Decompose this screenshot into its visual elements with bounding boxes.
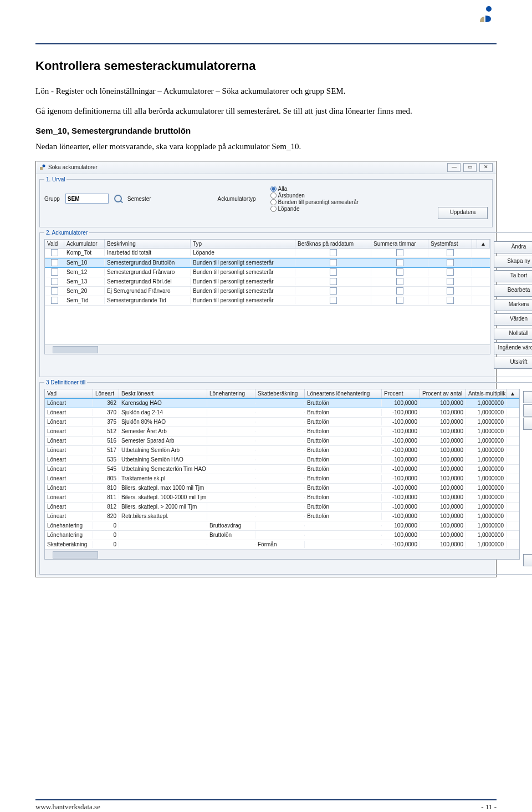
intro-paragraph-3: Nedan lönearter, eller motsvarande, ska … — [35, 141, 497, 152]
def-row[interactable]: Löneart362Karensdag HAOBruttolön100,0000… — [45, 398, 519, 408]
bearbeta-button[interactable]: Bearbeta — [494, 285, 532, 297]
def-row[interactable]: Löneart370Sjuklön dag 2-14Bruttolön-100,… — [45, 408, 519, 418]
ack-row[interactable]: Sem_12Semestergrundad FrånvaroBunden til… — [45, 268, 490, 277]
close-button[interactable]: ✕ — [479, 163, 493, 172]
ack-row[interactable]: Komp_TotInarbetad tid totaltLöpande — [45, 248, 490, 258]
urval-legend: 1. Urval — [44, 176, 66, 182]
ingående-värden-button[interactable]: Ingående värden — [494, 342, 532, 354]
nollställ-button[interactable]: Nollställ — [494, 328, 532, 340]
ack-col-header[interactable]: Ackumulator — [64, 240, 105, 248]
acktyp-radio-group: Alla Årsbunden Bunden till personligt se… — [270, 186, 359, 212]
def-col-header[interactable]: Antals-multiplik — [466, 389, 507, 398]
ändra-button-2[interactable]: Ändra — [523, 391, 532, 403]
footer-url: www.hantverksdata.se — [35, 803, 100, 811]
def-row[interactable]: Löneart545Utbetalning Semesterlön Tim HA… — [45, 465, 519, 474]
page-title: Kontrollera semesterackumulatorerna — [35, 59, 497, 73]
definitioner-fieldset: 3 Definitioner till VadLöneartBeskr.löne… — [39, 379, 532, 575]
ack-scrollbar-h[interactable] — [45, 344, 490, 354]
def-row[interactable]: Löneart517Utbetalning Semlön ArbBruttolö… — [45, 446, 519, 455]
intro-paragraph-2: Gå igenom definitionerna till alla berör… — [35, 105, 497, 116]
ny-button-2[interactable]: Ny — [523, 404, 532, 417]
app-icon — [39, 164, 46, 171]
värden-button[interactable]: Värden — [494, 313, 532, 326]
def-grid[interactable]: VadLöneartBeskr.löneartLönehanteringSkat… — [44, 389, 520, 560]
ackumulatorer-fieldset: 2. Ackumulatorer ValdAckumulatorBeskrivn… — [39, 230, 532, 377]
app-window: Söka ackumulatorer — ▭ ✕ 1. Urval Grupp … — [35, 161, 497, 577]
radio-alla[interactable]: Alla — [270, 186, 359, 192]
ack-row[interactable]: Sem_20Ej Sem.grundad FrånvaroBunden till… — [45, 287, 490, 296]
radio-bunden-personligt[interactable]: Bunden till personligt semesterår — [270, 199, 359, 205]
def-col-header[interactable]: Beskr.löneart — [119, 389, 207, 398]
markera-button[interactable]: Markera — [494, 299, 532, 311]
radio-arsbunden[interactable]: Årsbunden — [270, 192, 359, 199]
ack-col-header[interactable]: Beskrivning — [105, 240, 191, 248]
def-row[interactable]: Löneart811Bilers. skattepl. 1000-2000 mi… — [45, 493, 519, 503]
ack-row[interactable]: Sem_13Semestergrundad Rörl.delBunden til… — [45, 277, 490, 287]
uppdatera-button[interactable]: Uppdatera — [438, 207, 488, 219]
avbryt-button[interactable]: Avbryt — [523, 554, 532, 566]
ack-col-header[interactable]: Summera timmar — [371, 240, 428, 248]
window-controls: — ▭ ✕ — [446, 163, 493, 172]
grupp-label: Grupp — [44, 196, 60, 202]
window-title: Söka ackumulatorer — [48, 164, 98, 170]
window-titlebar: Söka ackumulatorer — ▭ ✕ — [36, 161, 496, 174]
header-rule — [35, 43, 497, 44]
ack-col-header[interactable]: Vald — [45, 240, 64, 248]
def-row[interactable]: Löneart812Bilers. skattepl. > 2000 mil T… — [45, 503, 519, 512]
def-col-header[interactable]: Lönehantering — [207, 389, 255, 398]
ta-bort-button-2[interactable]: Ta bort — [523, 418, 532, 430]
minimize-button[interactable]: — — [447, 163, 461, 172]
def-row[interactable]: Löneart512Semester Året ArbBruttolön-100… — [45, 427, 519, 437]
grupp-input[interactable] — [65, 194, 109, 204]
ack-row[interactable]: Sem_TidSemestergrundande TidBunden till … — [45, 296, 490, 306]
ack-col-header[interactable]: Beräknas på raddatum — [295, 240, 371, 248]
skapa-ny-button[interactable]: Skapa ny — [494, 256, 532, 268]
utskrift-button[interactable]: Utskrift — [494, 357, 532, 369]
grupp-desc: Semester — [127, 196, 151, 202]
page-footer: www.hantverksdata.se - 11 - — [35, 799, 497, 811]
def-col-header[interactable]: Löneart — [93, 389, 119, 398]
brand-logo-icon — [478, 6, 493, 27]
svg-point-0 — [486, 6, 492, 12]
def-col-header[interactable]: Löneartens lönehantering — [305, 389, 382, 398]
acktyp-label: Ackumulatortyp — [218, 196, 256, 202]
urval-fieldset: 1. Urval Grupp Semester Ackumulatortyp A… — [39, 176, 493, 227]
def-row[interactable]: Skatteberäkning0Förmån-100,0000100,00001… — [45, 540, 519, 550]
def-row[interactable]: Löneart805Traktamente sk.plBruttolön-100… — [45, 474, 519, 484]
ändra-button[interactable]: Ändra — [494, 241, 532, 253]
def-row[interactable]: Löneart516Semester Sparad ArbBruttolön-1… — [45, 437, 519, 446]
def-col-header[interactable]: Vad — [45, 389, 93, 398]
ack-col-header[interactable]: Systemfast — [428, 240, 472, 248]
ack-col-header[interactable]: Typ — [191, 240, 295, 248]
def-row[interactable]: Löneart810Bilers. skattepl. max 1000 mil… — [45, 484, 519, 493]
def-scrollbar-h[interactable] — [45, 550, 519, 559]
ack-legend: 2. Ackumulatorer — [44, 230, 89, 236]
maximize-button[interactable]: ▭ — [463, 163, 477, 172]
search-icon[interactable] — [114, 195, 122, 202]
ta-bort-button[interactable]: Ta bort — [494, 270, 532, 282]
def-col-header[interactable]: Skatteberäkning — [255, 389, 305, 398]
def-col-header[interactable]: Procent — [382, 389, 420, 398]
intro-paragraph-1: Lön - Register och löneinställningar – A… — [35, 85, 497, 97]
def-row[interactable]: Löneart820Retr.bilers.skattepl.Bruttolön… — [45, 512, 519, 521]
def-row[interactable]: Lönehantering0Bruttoavdrag100,0000100,00… — [45, 521, 519, 531]
sub-heading: Sem_10, Semestergrundande bruttolön — [35, 126, 497, 135]
ack-grid[interactable]: ValdAckumulatorBeskrivningTypBeräknas på… — [44, 239, 490, 354]
def-row[interactable]: Lönehantering0Bruttolön100,0000100,00001… — [45, 531, 519, 540]
svg-point-1 — [43, 164, 45, 167]
ack-row[interactable]: Sem_10Semestergrundad BruttolönBunden ti… — [45, 258, 490, 268]
radio-lopande[interactable]: Löpande — [270, 206, 359, 212]
def-col-header[interactable]: Procent av antal — [420, 389, 466, 398]
def-row[interactable]: Löneart535Utbetalning Semlön HAOBruttolö… — [45, 455, 519, 465]
svg-rect-2 — [40, 167, 43, 170]
def-legend: 3 Definitioner till — [44, 379, 87, 385]
def-row[interactable]: Löneart375Sjuklön 80% HAOBruttolön-100,0… — [45, 418, 519, 427]
footer-page-number: - 11 - — [481, 803, 497, 811]
